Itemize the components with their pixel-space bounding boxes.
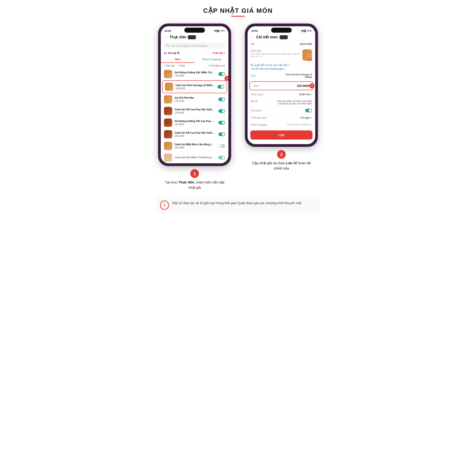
wifi-icon: ▾ [214, 30, 215, 32]
toggle-2[interactable] [218, 98, 225, 101]
menu-item-price-4: 119.000đ [174, 123, 216, 126]
search-icon-1: 🔍 [166, 44, 170, 47]
menu-item-name-4: Gà Không Xương Xốt Cay-Pop ... [174, 120, 216, 123]
app-header-2: ← Chi tiết món [248, 33, 315, 41]
edit-btn[interactable]: ✎ Sửa danh mục [208, 64, 225, 67]
toggle-7[interactable] [218, 156, 225, 159]
menu-item-info-1: Cánh Gà Giòn Karaage (6 Miến... 149.000đ [175, 84, 215, 90]
toggle-6[interactable] [218, 144, 225, 148]
sort-left: ≡ Sắp xếp + Thêm [164, 64, 185, 67]
promo-text: Giá dịp lễ [168, 52, 179, 55]
signal-icon: ▌▌▌ [216, 30, 220, 32]
menu-item-info-0: Gà Không Xương Xốc Mắm Tôi ... 119.000đ [174, 71, 216, 77]
toggle-5[interactable] [218, 133, 225, 136]
promo-bar: 🏷 Giá dịp lễ Thiết lập > [161, 50, 228, 56]
detail-label-mota: Mô tả [251, 100, 257, 103]
detail-label-ma: Mã [251, 43, 254, 45]
image-label: Hình ảnh [251, 49, 302, 52]
menu-item-price-3: 129.000đ [174, 111, 216, 114]
menu-item-price-1: 149.000đ [175, 87, 215, 90]
menu-item-name-1: Cánh Gà Giòn Karaage (6 Miến... [175, 84, 215, 87]
menu-item-info-4: Gà Không Xương Xốt Cay-Pop ... 119.000đ [174, 120, 216, 126]
menu-item-5[interactable]: Cánh Gà Xốt Cay-Pop Hàn Quố... 169.000đ [161, 129, 228, 140]
step-number-2: 2 [277, 150, 286, 159]
food-img-6 [164, 142, 172, 150]
gia-highlight-wrapper: Giá* 152.000đ [249, 81, 313, 90]
menu-item-3[interactable]: Cánh Gà Xốt Cay-Pop Hàn Quố... 129.000đ [161, 105, 228, 117]
toggle-3[interactable] [218, 109, 225, 113]
phone2-wrapper: 10:52 ▾ ▌▌▌ 87% ← Chi tiết món [243, 23, 320, 190]
step-badge-1: 1 [224, 76, 228, 81]
food-img-5 [164, 130, 172, 138]
app-header-1: ← Thực đơn [161, 33, 228, 41]
step-desc-prefix-1: Tại mục [165, 180, 179, 184]
menu-item-price-2: 129.000đ [174, 100, 216, 102]
menu-item-0[interactable]: Gà Không Xương Xốc Mắm Tôi ... 119.000đ … [161, 68, 228, 80]
status-time-2: 10:52 [251, 30, 258, 32]
wifi-icon-2: ▾ [301, 30, 302, 32]
save-button[interactable]: Lưu [250, 130, 312, 139]
toggle-1[interactable] [218, 85, 224, 89]
link-2[interactable]: Các lỗi ảnh món thường gặp > [251, 67, 312, 70]
menu-item-info-3: Cánh Gà Xốt Cay-Pop Hàn Quố... 129.000đ [174, 108, 216, 114]
dynamic-island-1 [184, 28, 205, 33]
menu-item-6[interactable]: Cánh Gà BBQ Múa Lửa Hồng (... 119.000đ [161, 140, 228, 152]
toggle-0[interactable] [218, 72, 225, 76]
step-desc-1: Tại mục Thực đơn, chọn món cần cập nhật … [163, 180, 227, 190]
warning-icon: ! [160, 201, 169, 210]
menu-item-info-6: Cánh Gà BBQ Múa Lửa Hồng (... 119.000đ [174, 143, 216, 149]
edit-image-btn[interactable]: Sửa [308, 58, 312, 61]
header-badge-1 [188, 35, 196, 39]
detail-row-gia[interactable]: Giá* 152.000đ [250, 82, 312, 89]
detail-row-mota: Mô tả Cánh gà chiên với từng xớ gà đậm v… [248, 98, 315, 107]
food-img-7 [164, 153, 172, 162]
tab-nhom-topping[interactable]: Nhóm Topping [195, 56, 228, 63]
menu-item-7[interactable]: Cánh Gà Xốc Mắm Tỏi Mekong ... [161, 152, 228, 163]
sort-bar: ≡ Sắp xếp + Thêm ✎ Sửa danh mục [161, 63, 228, 68]
link-1[interactable]: Bí quyết để có ảnh món bắt mắt > [251, 64, 312, 67]
food-img-0 [164, 70, 172, 78]
menu-item-name-7: Cánh Gà Xốc Mắm Tỏi Mekong ... [174, 156, 216, 159]
back-button-2[interactable]: ← [251, 35, 255, 39]
detail-label-danhmuc: Danh mục* [251, 93, 263, 96]
menu-item-4[interactable]: Gà Không Xương Xốt Cay-Pop ... 119.000đ [161, 117, 228, 129]
food-thumbnail[interactable]: Sửa [302, 49, 312, 61]
detail-label-nhomtopping: Nhóm Topping [251, 123, 267, 126]
detail-label-ten: Tên* [251, 74, 256, 77]
page-title: CẬP NHẬT GIÁ MÓN [135, 7, 341, 14]
phone1-wrapper: 10:26 ▾ ▌▌▌ 67% ← Thực đơn [156, 23, 233, 190]
header-title-1: Thực đơn [170, 35, 186, 39]
toggle-conmon[interactable] [305, 109, 312, 112]
detail-row-thoigianbán[interactable]: Thời gian bán* Cả ngày > [248, 114, 315, 121]
warning-text: Một số thao tác sẽ bị giới hạn trong thờ… [172, 201, 301, 205]
step-desc-bold-2: Lưu [286, 161, 292, 165]
status-icons-2: ▾ ▌▌▌ 87% [301, 30, 312, 32]
phones-row: 10:26 ▾ ▌▌▌ 67% ← Thực đơn [135, 23, 341, 190]
search-bar-1[interactable]: 🔍 Tìm món, topping, nhóm topping [164, 43, 226, 49]
menu-item-info-7: Cánh Gà Xốc Mắm Tỏi Mekong ... [174, 156, 216, 159]
status-icons-1: ▾ ▌▌▌ 67% [214, 30, 225, 32]
menu-item-info-5: Cánh Gà Xốt Cay-Pop Hàn Quố... 169.000đ [174, 131, 216, 137]
menu-item-price-6: 119.000đ [174, 146, 216, 149]
step-desc-prefix-2: Cập nhật giá và chọn [252, 161, 286, 165]
tab-mon[interactable]: Món [161, 56, 195, 63]
back-button-1[interactable]: ← [164, 35, 168, 39]
promo-label: 🏷 Giá dịp lễ [164, 52, 179, 55]
menu-item-info-2: Gà Phủ Phô Mai 129.000đ [174, 96, 216, 102]
tab-bar-1: Món Nhóm Topping [161, 56, 228, 63]
menu-item-2[interactable]: Gà Phủ Phô Mai 129.000đ [161, 94, 228, 105]
detail-row-nhomtopping[interactable]: Nhóm Topping Chọn nhóm Topping > [248, 121, 315, 128]
food-img-4 [164, 119, 172, 127]
step-desc-bold-1: Thực đơn, [178, 180, 195, 184]
toggle-4[interactable] [218, 121, 225, 124]
sort-btn[interactable]: ≡ Sắp xếp [164, 64, 174, 67]
phone1-screen: 10:26 ▾ ▌▌▌ 67% ← Thực đơn [161, 26, 228, 163]
add-btn[interactable]: + Thêm [177, 64, 185, 67]
menu-item-name-0: Gà Không Xương Xốc Mắm Tôi ... [174, 71, 216, 74]
image-sub: Món có ảnh sẽ được khách đặt nhiều hơn. … [251, 53, 302, 57]
menu-item-1[interactable]: Cánh Gà Giòn Karaage (6 Miến... 149.000đ [163, 81, 226, 92]
signal-icon-2: ▌▌▌ [302, 30, 307, 32]
promo-setup-btn[interactable]: Thiết lập > [212, 52, 225, 55]
detail-value-thoigianbán: Cả ngày > [300, 116, 312, 119]
detail-row-danhmuc[interactable]: Danh mục* Ghiền Gà > [248, 91, 315, 98]
